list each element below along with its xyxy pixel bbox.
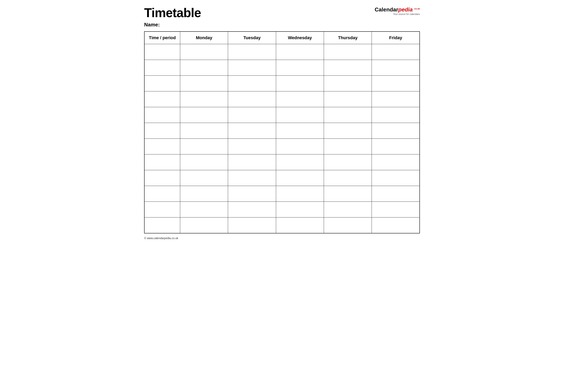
day-cell[interactable]: [276, 154, 324, 170]
day-cell[interactable]: [324, 154, 371, 170]
day-cell[interactable]: [180, 91, 228, 107]
time-cell[interactable]: [144, 186, 180, 202]
day-cell[interactable]: [276, 76, 324, 91]
day-cell[interactable]: [228, 107, 276, 123]
day-cell[interactable]: [324, 217, 371, 233]
day-cell[interactable]: [228, 76, 276, 91]
time-cell[interactable]: [144, 107, 180, 123]
day-cell[interactable]: [276, 217, 324, 233]
header-monday: Monday: [180, 31, 228, 44]
day-cell[interactable]: [324, 60, 371, 76]
day-cell[interactable]: [228, 217, 276, 233]
page-title: Timetable: [144, 6, 201, 20]
day-cell[interactable]: [372, 44, 420, 60]
time-cell[interactable]: [144, 44, 180, 60]
day-cell[interactable]: [228, 202, 276, 217]
table-row: [144, 217, 420, 233]
table-row: [144, 139, 420, 154]
day-cell[interactable]: [276, 139, 324, 154]
header-wednesday: Wednesday: [276, 31, 324, 44]
day-cell[interactable]: [324, 186, 371, 202]
footer-url: www.calendarpedia.co.uk: [147, 237, 178, 240]
day-cell[interactable]: [228, 154, 276, 170]
day-cell[interactable]: [372, 186, 420, 202]
time-cell[interactable]: [144, 76, 180, 91]
day-cell[interactable]: [276, 60, 324, 76]
day-cell[interactable]: [372, 107, 420, 123]
day-cell[interactable]: [180, 186, 228, 202]
day-cell[interactable]: [180, 170, 228, 186]
day-cell[interactable]: [372, 91, 420, 107]
day-cell[interactable]: [180, 107, 228, 123]
header-friday: Friday: [372, 31, 420, 44]
day-cell[interactable]: [324, 107, 371, 123]
day-cell[interactable]: [228, 139, 276, 154]
time-cell[interactable]: [144, 170, 180, 186]
timetable: Time / period Monday Tuesday Wednesday T…: [144, 31, 420, 233]
title-area: Timetable: [144, 6, 201, 20]
day-cell[interactable]: [372, 139, 420, 154]
day-cell[interactable]: [372, 60, 420, 76]
day-cell[interactable]: [324, 123, 371, 139]
logo-tagline: Your source for calendars: [393, 13, 420, 15]
day-cell[interactable]: [276, 107, 324, 123]
day-cell[interactable]: [180, 217, 228, 233]
day-cell[interactable]: [276, 123, 324, 139]
day-cell[interactable]: [228, 170, 276, 186]
day-cell[interactable]: [324, 76, 371, 91]
page-wrapper: Timetable Calendarpedia co.uk Your sourc…: [144, 6, 420, 240]
table-row: [144, 60, 420, 76]
header-thursday: Thursday: [324, 31, 371, 44]
day-cell[interactable]: [372, 154, 420, 170]
time-cell[interactable]: [144, 217, 180, 233]
day-cell[interactable]: [180, 60, 228, 76]
table-row: [144, 91, 420, 107]
day-cell[interactable]: [228, 91, 276, 107]
day-cell[interactable]: [276, 91, 324, 107]
day-cell[interactable]: [228, 186, 276, 202]
day-cell[interactable]: [180, 154, 228, 170]
day-cell[interactable]: [228, 123, 276, 139]
name-label: Name:: [144, 22, 160, 28]
time-cell[interactable]: [144, 91, 180, 107]
day-cell[interactable]: [276, 44, 324, 60]
day-cell[interactable]: [372, 76, 420, 91]
day-cell[interactable]: [372, 217, 420, 233]
table-header-row: Time / period Monday Tuesday Wednesday T…: [144, 31, 420, 44]
table-row: [144, 154, 420, 170]
time-cell[interactable]: [144, 202, 180, 217]
day-cell[interactable]: [228, 44, 276, 60]
logo-calendar: Calendar: [375, 6, 398, 13]
header-time: Time / period: [144, 31, 180, 44]
day-cell[interactable]: [180, 139, 228, 154]
day-cell[interactable]: [324, 202, 371, 217]
logo-text: Calendarpedia co.uk: [375, 7, 420, 13]
day-cell[interactable]: [372, 123, 420, 139]
name-row: Name:: [144, 22, 420, 28]
day-cell[interactable]: [180, 44, 228, 60]
time-cell[interactable]: [144, 139, 180, 154]
day-cell[interactable]: [180, 123, 228, 139]
day-cell[interactable]: [276, 170, 324, 186]
table-row: [144, 186, 420, 202]
day-cell[interactable]: [324, 170, 371, 186]
day-cell[interactable]: [276, 186, 324, 202]
day-cell[interactable]: [372, 202, 420, 217]
day-cell[interactable]: [276, 202, 324, 217]
time-cell[interactable]: [144, 60, 180, 76]
time-cell[interactable]: [144, 123, 180, 139]
timetable-body: [144, 44, 420, 233]
day-cell[interactable]: [324, 91, 371, 107]
day-cell[interactable]: [324, 139, 371, 154]
table-row: [144, 202, 420, 217]
logo-area: Calendarpedia co.uk Your source for cale…: [375, 7, 420, 15]
day-cell[interactable]: [324, 44, 371, 60]
day-cell[interactable]: [372, 170, 420, 186]
day-cell[interactable]: [180, 202, 228, 217]
time-cell[interactable]: [144, 154, 180, 170]
header-tuesday: Tuesday: [228, 31, 276, 44]
day-cell[interactable]: [180, 76, 228, 91]
day-cell[interactable]: [228, 60, 276, 76]
logo-pedia: pedia: [398, 6, 413, 13]
table-row: [144, 76, 420, 91]
